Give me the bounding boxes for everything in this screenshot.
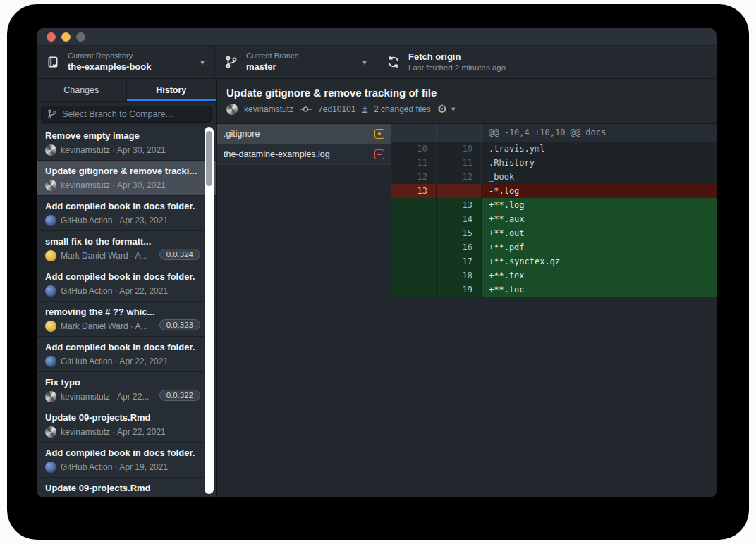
commit-item-title: Add compiled book in docs folder. [45,447,207,458]
diff-new-line-number: 10 [437,142,482,156]
commit-header: Update gitignore & remove tracking of fi… [217,79,717,124]
diff-old-line-number [391,226,437,240]
close-window-button[interactable] [47,32,56,42]
commit-item-title: Add compiled book in docs folder. [45,342,207,352]
zoom-window-button[interactable] [76,32,85,42]
commit-list-item[interactable]: Add compiled book in docs folder. GitHub… [37,443,216,478]
branch-icon [47,109,57,119]
commit-item-title: Update 09-projects.Rmd [45,412,207,423]
diff-old-line-number [391,254,437,268]
diff-line: 17 +**.synctex.gz [391,254,717,268]
commit-list-item[interactable]: Remove empty image kevinamstutz · Apr 30… [37,125,216,161]
branch-icon [225,56,238,68]
diff-new-line-number: 16 [437,240,482,254]
content: Changes History Select Branch to Compare [37,79,717,497]
current-repository-button[interactable]: Current Repository the-examples-book ▼ [37,46,215,78]
sidebar: Changes History Select Branch to Compare [37,79,217,497]
diff-line-text: +**.tex [482,268,717,283]
diff-stat-icon: ± [362,104,367,115]
tab-label: History [156,85,186,95]
fetch-origin-button[interactable]: Fetch origin Last fetched 2 minutes ago [377,46,539,78]
commit-item-title: removing the # ?? whic... [45,307,207,317]
current-branch-label: Current Branch [246,51,299,61]
commit-list-item[interactable]: Update gitignore & remove tracki... kevi… [37,161,216,196]
commit-item-meta: Mark Daniel Ward · A... [61,251,148,261]
commit-item-meta: kevinamstutz · Apr 30, 2021 [61,180,166,190]
commit-item-title: Update 09-projects.Rmd [45,483,207,493]
main-body: .gitignore the-datamine-examples.log @@ … [217,124,717,497]
commit-author-avatar [45,285,56,297]
changed-files-count: 2 changed files [374,104,431,114]
sidebar-tab[interactable]: Changes [37,79,127,101]
commit-author-avatar [45,144,56,156]
commit-item-meta: kevinamstutz · Apr 22, 2021 [61,427,166,437]
title-bar [37,28,717,46]
commit-list-item[interactable]: Add compiled book in docs folder. GitHub… [37,266,216,302]
sidebar-tab[interactable]: History [127,79,217,101]
changed-file-item[interactable]: .gitignore [217,124,391,144]
commit-list-item[interactable]: Fix typo kevinamstutz · Apr 22... 0.0.32… [37,372,216,407]
diff-old-line-number [391,198,437,212]
commit-list-item[interactable]: Update 09-projects.Rmd [37,478,216,497]
current-branch-button[interactable]: Current Branch master ▼ [215,46,377,78]
diff-line-text: -*.log [482,184,717,198]
changed-files-list: .gitignore the-datamine-examples.log [217,124,391,497]
version-badge: 0.0.323 [159,319,200,330]
commit-author: kevinamstutz [244,104,293,114]
commit-list-item[interactable]: removing the # ?? whic... Mark Daniel Wa… [37,302,216,337]
diff-line: 15 +**.out [391,226,717,240]
diff-line-text: .Rhistory [482,156,717,170]
commit-author-avatar [45,215,56,226]
diff-old-line-number [391,124,437,142]
diff-old-line-number: 12 [391,170,437,184]
diff-old-line-number [391,283,437,297]
fetch-origin-subtitle: Last fetched 2 minutes ago [408,63,506,73]
diff-new-line-number: 11 [437,156,482,170]
diff-old-line-number: 10 [391,142,437,156]
compare-branch-placeholder: Select Branch to Compare... [62,109,173,119]
commit-item-title: Add compiled book in docs folder. [45,201,207,211]
diff-line: 13 -*.log [391,184,717,198]
commit-list-item[interactable]: small fix to the formatt... Mark Daniel … [37,231,216,266]
commit-list-item[interactable]: Update 09-projects.Rmd kevinamstutz · Ap… [37,407,216,443]
commit-list-scrollbar[interactable] [205,127,214,494]
tab-label: Changes [63,85,99,95]
commit-list-scrollbar-thumb[interactable] [206,131,212,186]
commit-item-meta: GitHub Action · Apr 22, 2021 [61,286,168,296]
commit-item-title: small fix to the formatt... [45,236,207,247]
gear-icon: ⚙ [437,104,447,115]
diff-line-text: +**.pdf [482,240,717,254]
diff-line-text: +**.out [482,226,717,240]
diff-line-text: +**.synctex.gz [482,254,717,268]
current-branch-value: master [246,61,299,73]
diff-old-line-number [391,240,437,254]
minimize-window-button[interactable] [61,32,71,42]
diff-line-text: +**.aux [482,212,717,226]
sync-icon [387,56,400,68]
commit-author-avatar [45,250,56,261]
commit-list-item[interactable]: Add compiled book in docs folder. GitHub… [37,337,216,372]
commit-item-meta: Mark Daniel Ward · A... [61,321,148,331]
diff-line-text: @@ -10,4 +10,10 @@ docs [482,124,717,142]
repo-icon [47,56,59,68]
compare-branch-input[interactable]: Select Branch to Compare... [41,106,212,123]
diff-view: @@ -10,4 +10,10 @@ docs 10 10 .travis.ym… [391,124,717,497]
sidebar-tabs: Changes History [37,79,216,102]
diff-line-text: +**.log [482,198,717,212]
commit-list-item[interactable]: Add compiled book in docs folder. GitHub… [37,196,216,231]
commit-title: Update gitignore & remove tracking of fi… [226,87,707,99]
diff-line-text: .travis.yml [482,142,717,156]
changed-file-item[interactable]: the-datamine-examples.log [217,144,391,165]
diff-line: 16 +**.pdf [391,240,717,254]
commit-item-title: Update gitignore & remove tracki... [45,166,207,176]
diff-options-button[interactable]: ⚙ ▼ [437,104,456,115]
commit-detail-panel: Update gitignore & remove tracking of fi… [217,79,717,497]
commit-author-avatar [45,180,56,191]
diff-new-line-number: 18 [437,268,482,283]
commit-author-avatar [45,426,56,438]
file-name: .gitignore [224,129,369,139]
file-name: the-datamine-examples.log [224,149,369,159]
commit-sha: 7ed10101 [318,104,355,114]
diff-line: 11 11 .Rhistory [391,156,717,170]
diff-old-line-number: 11 [391,156,437,170]
